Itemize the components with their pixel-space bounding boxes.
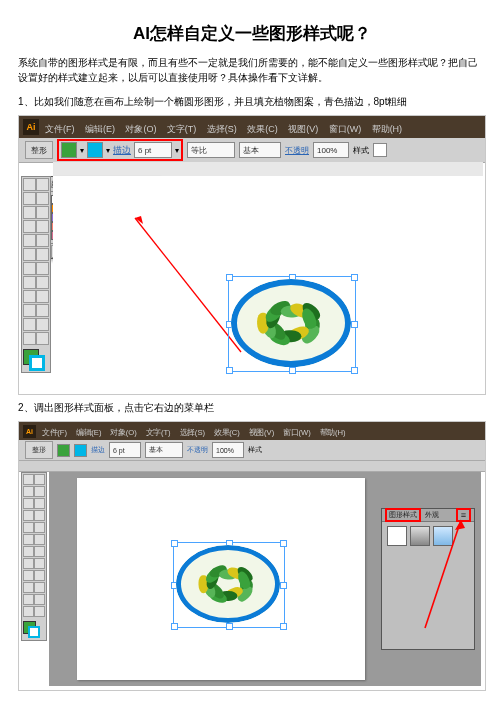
tool-icon[interactable] <box>34 570 45 581</box>
tool-icon[interactable] <box>23 570 34 581</box>
fill-stroke-highlight: ▾ ▾ 描边 6 pt ▾ <box>57 139 183 161</box>
menu-file[interactable]: 文件(F) <box>45 124 75 134</box>
tool-icon[interactable] <box>23 582 34 593</box>
menu-window[interactable]: 窗口(W) <box>329 124 362 134</box>
menu-select[interactable]: 选择(S) <box>180 428 206 437</box>
opt-shape-label: 整形 <box>25 441 53 459</box>
opacity-input[interactable]: 100% <box>212 442 244 458</box>
tool-icon[interactable] <box>23 558 34 569</box>
stroke-label: 描边 <box>91 445 105 455</box>
tool-icon[interactable] <box>23 220 36 233</box>
tool-icon[interactable] <box>36 234 49 247</box>
tool-icon[interactable] <box>34 498 45 509</box>
tool-icon[interactable] <box>36 276 49 289</box>
tool-icon[interactable] <box>34 486 45 497</box>
tool-icon[interactable] <box>23 534 34 545</box>
fill-stroke-indicator[interactable] <box>23 349 45 371</box>
tool-icon[interactable] <box>34 558 45 569</box>
tool-icon[interactable] <box>23 546 34 557</box>
ellipse-shape[interactable] <box>231 279 351 367</box>
tool-icon[interactable] <box>23 594 34 605</box>
tool-icon[interactable] <box>23 522 34 533</box>
svg-line-0 <box>135 218 241 352</box>
tool-icon[interactable] <box>34 606 45 617</box>
menu-edit[interactable]: 编辑(E) <box>85 124 115 134</box>
svg-line-2 <box>425 520 461 628</box>
stroke-weight-input[interactable]: 6 pt <box>134 142 172 158</box>
intro-text: 系统自带的图形样式是有限，而且有些不一定就是我们所需要的，能不能自定义一些图形样… <box>18 55 486 85</box>
tool-icon[interactable] <box>34 594 45 605</box>
fill-swatch[interactable] <box>57 444 70 457</box>
tool-icon[interactable] <box>36 290 49 303</box>
tool-icon[interactable] <box>23 474 34 485</box>
menu-type[interactable]: 文字(T) <box>146 428 171 437</box>
toolbox <box>21 472 47 641</box>
ellipse-shape[interactable] <box>176 545 280 623</box>
tool-icon[interactable] <box>34 546 45 557</box>
fill-swatch[interactable] <box>61 142 77 158</box>
tool-icon[interactable] <box>34 534 45 545</box>
tool-icon[interactable] <box>23 276 36 289</box>
stroke-swatch[interactable] <box>87 142 103 158</box>
tool-icon[interactable] <box>34 510 45 521</box>
app-logo-icon: Ai <box>23 425 36 438</box>
tool-icon[interactable] <box>36 192 49 205</box>
tool-icon[interactable] <box>23 248 36 261</box>
tool-icon[interactable] <box>36 248 49 261</box>
tool-icon[interactable] <box>23 178 36 191</box>
tool-icon[interactable] <box>36 220 49 233</box>
menu-view[interactable]: 视图(V) <box>249 428 275 437</box>
menu-view[interactable]: 视图(V) <box>288 124 318 134</box>
tool-icon[interactable] <box>23 262 36 275</box>
opt-basic[interactable]: 基本 <box>239 142 281 158</box>
menu-effect[interactable]: 效果(C) <box>214 428 240 437</box>
artboard[interactable] <box>77 478 365 680</box>
menu-select[interactable]: 选择(S) <box>207 124 237 134</box>
opt-proportional[interactable]: 等比 <box>187 142 235 158</box>
tool-icon[interactable] <box>23 290 36 303</box>
style-label: 样式 <box>248 445 262 455</box>
annotation-arrow-2 <box>375 508 475 658</box>
tool-icon[interactable] <box>23 304 36 317</box>
menu-file[interactable]: 文件(F) <box>42 428 67 437</box>
opacity-label: 不透明 <box>285 145 309 156</box>
tool-icon[interactable] <box>36 318 49 331</box>
menubar: 文件(F) 编辑(E) 对象(O) 文字(T) 选择(S) 效果(C) 视图(V… <box>45 118 408 136</box>
stroke-label: 描边 <box>113 144 131 157</box>
tool-icon[interactable] <box>36 178 49 191</box>
menu-type[interactable]: 文字(T) <box>167 124 197 134</box>
doc-tab-bar <box>19 461 485 472</box>
menu-object[interactable]: 对象(O) <box>110 428 136 437</box>
menu-help[interactable]: 帮助(H) <box>372 124 403 134</box>
tool-icon[interactable] <box>23 332 36 345</box>
style-swatch[interactable] <box>373 143 387 157</box>
opacity-input[interactable]: 100% <box>313 142 349 158</box>
menu-object[interactable]: 对象(O) <box>125 124 156 134</box>
tool-icon[interactable] <box>36 262 49 275</box>
artboard[interactable] <box>53 176 483 392</box>
tool-icon[interactable] <box>36 332 49 345</box>
stroke-swatch[interactable] <box>74 444 87 457</box>
tool-icon[interactable] <box>23 192 36 205</box>
tool-icon[interactable] <box>23 486 34 497</box>
tool-icon[interactable] <box>34 522 45 533</box>
opt-basic[interactable]: 基本 <box>145 442 183 458</box>
menu-window[interactable]: 窗口(W) <box>283 428 311 437</box>
tool-icon[interactable] <box>23 234 36 247</box>
tool-icon[interactable] <box>23 606 34 617</box>
tool-icon[interactable] <box>36 304 49 317</box>
step-1-text: 1、比如我们随意在画布上绘制一个椭圆形图形，并且填充植物图案，青色描边，8pt粗… <box>18 95 486 109</box>
tool-icon[interactable] <box>36 206 49 219</box>
menu-effect[interactable]: 效果(C) <box>247 124 278 134</box>
tool-icon[interactable] <box>23 318 36 331</box>
tool-icon[interactable] <box>23 498 34 509</box>
tool-icon[interactable] <box>23 510 34 521</box>
fill-stroke-indicator[interactable] <box>23 621 41 639</box>
menu-help[interactable]: 帮助(H) <box>320 428 346 437</box>
tool-icon[interactable] <box>34 582 45 593</box>
tool-icon[interactable] <box>34 474 45 485</box>
stroke-weight-input[interactable]: 6 pt <box>109 442 141 458</box>
app-logo-icon: Ai <box>23 119 39 135</box>
tool-icon[interactable] <box>23 206 36 219</box>
menu-edit[interactable]: 编辑(E) <box>76 428 102 437</box>
